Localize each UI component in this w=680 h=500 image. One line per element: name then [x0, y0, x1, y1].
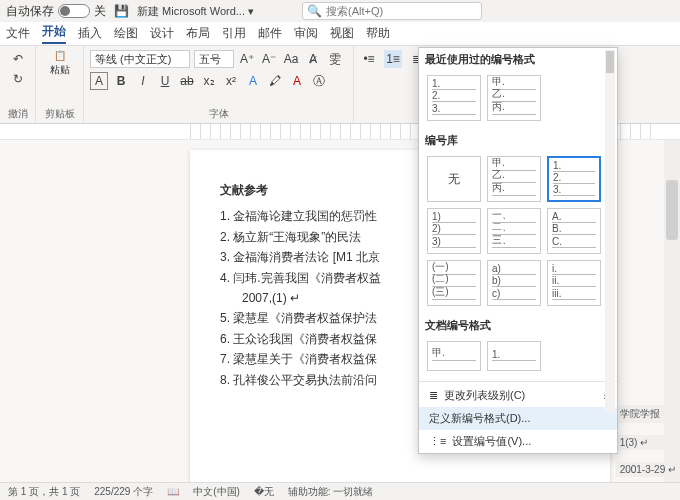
numbering-swatch-recent-1[interactable]: 1.2.3.	[427, 75, 481, 121]
autosave-toggle[interactable]: 自动保存 关	[6, 3, 106, 20]
search-box[interactable]: 🔍	[302, 2, 482, 20]
dropdown-scrollbar[interactable]	[605, 50, 615, 413]
side-tag[interactable]: 2001-3-29 ↵	[616, 462, 680, 477]
font-group: 等线 (中文正文) 五号 A⁺ A⁻ Aa A̷ 雯 A B I U ab x₂…	[84, 46, 354, 123]
clipboard-group: 📋 粘贴 剪贴板	[36, 46, 84, 123]
status-bar: 第 1 页，共 1 页 225/229 个字 📖 中文(中国) �无 辅助功能:…	[0, 482, 680, 500]
redo-button[interactable]: ↻	[9, 70, 27, 88]
phonetic-button[interactable]: 雯	[326, 50, 344, 68]
title-bar: 自动保存 关 💾 新建 Microsoft Word... ▾ 🔍	[0, 0, 680, 22]
font-name-select[interactable]: 等线 (中文正文)	[90, 50, 190, 68]
clipboard-group-label: 剪贴板	[36, 107, 83, 121]
paste-icon: 📋	[54, 50, 66, 61]
tab-开始[interactable]: 开始	[42, 23, 66, 44]
subscript-button[interactable]: x₂	[200, 72, 218, 90]
status-wordcount[interactable]: 225/229 个字	[94, 485, 153, 499]
tab-引用[interactable]: 引用	[222, 25, 246, 42]
save-icon[interactable]: 💾	[114, 4, 129, 18]
status-language[interactable]: 中文(中国)	[193, 485, 240, 499]
numbering-swatch-none[interactable]: 无	[427, 156, 481, 202]
autosave-label: 自动保存	[6, 3, 54, 20]
char-shading-button[interactable]: Ⓐ	[310, 72, 328, 90]
numbering-swatch-123[interactable]: 1.2.3.	[547, 156, 601, 202]
search-input[interactable]	[326, 5, 477, 17]
font-color-button[interactable]: A	[288, 72, 306, 90]
dd-section-doc: 文档编号格式	[419, 314, 617, 337]
tab-视图[interactable]: 视图	[330, 25, 354, 42]
paste-button[interactable]: 📋 粘贴	[42, 50, 77, 77]
undo-group-label: 撤消	[0, 107, 35, 121]
numbering-swatch-abc[interactable]: A.B.C.	[547, 208, 601, 254]
status-page[interactable]: 第 1 页，共 1 页	[8, 485, 80, 499]
underline-button[interactable]: U	[156, 72, 174, 90]
decrease-font-button[interactable]: A⁻	[260, 50, 278, 68]
side-tag[interactable]: 学院学报	[616, 405, 680, 423]
numbering-swatch-doc-1[interactable]: 甲.	[427, 341, 481, 371]
numbering-swatch-cn[interactable]: 一、二、三、	[487, 208, 541, 254]
tab-插入[interactable]: 插入	[78, 25, 102, 42]
change-case-button[interactable]: Aa	[282, 50, 300, 68]
numbering-swatch-hz[interactable]: 甲.乙.丙.	[487, 156, 541, 202]
bold-button[interactable]: B	[112, 72, 130, 90]
numbering-swatch-recent-2[interactable]: 甲.乙.丙.	[487, 75, 541, 121]
increase-font-button[interactable]: A⁺	[238, 50, 256, 68]
clear-formatting-button[interactable]: A̷	[304, 50, 322, 68]
tab-布局[interactable]: 布局	[186, 25, 210, 42]
numbering-swatch-cparen[interactable]: (一)(二)(三)	[427, 260, 481, 306]
set-numbering-value-item[interactable]: ⋮≡ 设置编号值(V)...	[419, 430, 617, 453]
tab-设计[interactable]: 设计	[150, 25, 174, 42]
define-new-number-format-item[interactable]: 定义新编号格式(D)...	[419, 407, 617, 430]
status-accessibility[interactable]: 辅助功能: 一切就绪	[288, 485, 374, 499]
list-level-icon: ≣	[429, 389, 438, 402]
tab-文件[interactable]: 文件	[6, 25, 30, 42]
dd-section-library: 编号库	[419, 129, 617, 152]
numbering-swatch-aparen[interactable]: a)b)c)	[487, 260, 541, 306]
numbering-button[interactable]: 1≡	[384, 50, 402, 68]
tab-帮助[interactable]: 帮助	[366, 25, 390, 42]
search-icon: 🔍	[307, 4, 322, 18]
italic-button[interactable]: I	[134, 72, 152, 90]
highlight-button[interactable]: 🖍	[266, 72, 284, 90]
set-value-icon: ⋮≡	[429, 435, 446, 448]
set-value-label: 设置编号值(V)...	[452, 434, 531, 449]
undo-button[interactable]: ↶	[9, 50, 27, 68]
tab-绘图[interactable]: 绘图	[114, 25, 138, 42]
numbering-swatch-roman[interactable]: i.ii.iii.	[547, 260, 601, 306]
dd-section-recent: 最近使用过的编号格式	[419, 48, 617, 71]
text-effects-button[interactable]: A	[244, 72, 262, 90]
font-size-select[interactable]: 五号	[194, 50, 234, 68]
numbering-dropdown: 最近使用过的编号格式 1.2.3. 甲.乙.丙. 编号库 无 甲.乙.丙. 1.…	[418, 47, 618, 454]
status-accessibility-icon: �无	[254, 485, 274, 499]
ribbon-tabs: 文件开始插入绘图设计布局引用邮件审阅视图帮助	[0, 22, 680, 46]
numbering-swatch-doc-2[interactable]: 1.	[487, 341, 541, 371]
font-group-label: 字体	[84, 107, 353, 121]
numbering-swatch-paren[interactable]: 1)2)3)	[427, 208, 481, 254]
bullets-button[interactable]: •≡	[360, 50, 378, 68]
toggle-icon	[58, 4, 90, 18]
define-new-label: 定义新编号格式(D)...	[429, 411, 530, 426]
side-tag[interactable]: 1(3) ↵	[616, 435, 680, 450]
tab-审阅[interactable]: 审阅	[294, 25, 318, 42]
autosave-state: 关	[94, 3, 106, 20]
change-list-level-label: 更改列表级别(C)	[444, 388, 525, 403]
comment-tags: 学院学报1(3) ↵2001-3-29 ↵	[616, 405, 680, 477]
char-border-button[interactable]: A	[90, 72, 108, 90]
undo-group: ↶ ↻ 撤消	[0, 46, 36, 123]
superscript-button[interactable]: x²	[222, 72, 240, 90]
status-proofing-icon[interactable]: 📖	[167, 486, 179, 497]
tab-邮件[interactable]: 邮件	[258, 25, 282, 42]
document-title[interactable]: 新建 Microsoft Word... ▾	[137, 4, 254, 19]
change-list-level-item[interactable]: ≣ 更改列表级别(C) ›	[419, 384, 617, 407]
paste-label: 粘贴	[50, 63, 70, 77]
strike-button[interactable]: ab	[178, 72, 196, 90]
